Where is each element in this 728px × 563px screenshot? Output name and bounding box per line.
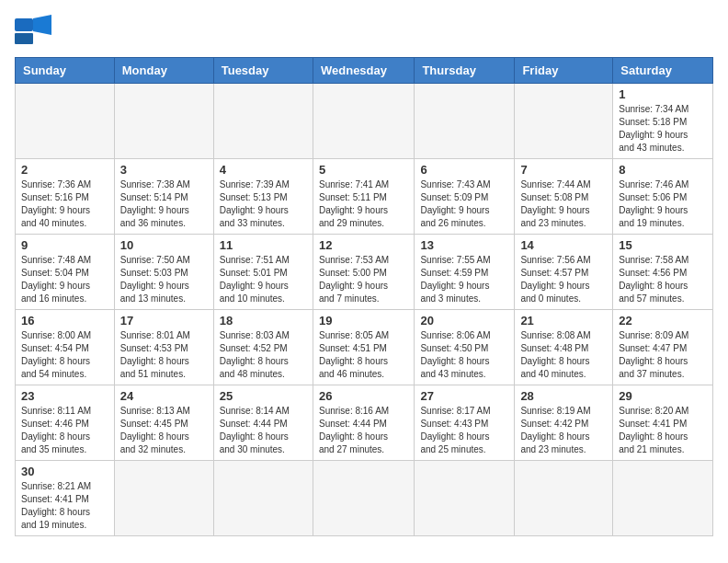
day-number: 13 [420, 238, 508, 252]
calendar-cell [415, 461, 515, 536]
day-number: 2 [21, 163, 108, 177]
day-info: Sunrise: 8:06 AM Sunset: 4:50 PM Dayligh… [420, 329, 508, 381]
calendar-cell: 28Sunrise: 8:19 AM Sunset: 4:42 PM Dayli… [515, 385, 613, 461]
logo-icon [15, 15, 51, 48]
day-info: Sunrise: 7:44 AM Sunset: 5:08 PM Dayligh… [520, 178, 607, 230]
day-info: Sunrise: 8:19 AM Sunset: 4:42 PM Dayligh… [520, 405, 607, 456]
weekday-header-sunday: Sunday [16, 58, 115, 84]
calendar-week-row: 9Sunrise: 7:48 AM Sunset: 5:04 PM Daylig… [16, 235, 713, 310]
calendar-cell: 15Sunrise: 7:58 AM Sunset: 4:56 PM Dayli… [613, 235, 713, 310]
weekday-header-saturday: Saturday [613, 58, 713, 84]
day-info: Sunrise: 8:03 AM Sunset: 4:52 PM Dayligh… [220, 329, 307, 381]
day-number: 27 [420, 389, 508, 403]
calendar-cell [16, 84, 115, 159]
weekday-header-thursday: Thursday [415, 58, 515, 84]
calendar-cell [114, 84, 213, 159]
day-number: 28 [520, 389, 607, 403]
day-info: Sunrise: 8:17 AM Sunset: 4:43 PM Dayligh… [420, 405, 508, 456]
day-info: Sunrise: 7:50 AM Sunset: 5:03 PM Dayligh… [120, 254, 208, 305]
calendar-cell: 12Sunrise: 7:53 AM Sunset: 5:00 PM Dayli… [313, 235, 414, 310]
calendar-cell: 25Sunrise: 8:14 AM Sunset: 4:44 PM Dayli… [213, 385, 313, 461]
calendar-cell: 14Sunrise: 7:56 AM Sunset: 4:57 PM Dayli… [515, 235, 613, 310]
day-number: 30 [21, 465, 108, 478]
calendar-cell [313, 84, 414, 159]
day-info: Sunrise: 7:38 AM Sunset: 5:14 PM Dayligh… [120, 178, 208, 230]
day-number: 22 [619, 314, 707, 327]
day-number: 17 [120, 314, 208, 327]
calendar-cell: 2Sunrise: 7:36 AM Sunset: 5:16 PM Daylig… [16, 159, 115, 235]
calendar-cell [114, 461, 213, 536]
calendar-cell: 21Sunrise: 8:08 AM Sunset: 4:48 PM Dayli… [515, 310, 613, 385]
day-number: 25 [220, 389, 307, 403]
day-info: Sunrise: 8:00 AM Sunset: 4:54 PM Dayligh… [21, 329, 108, 381]
svg-rect-0 [15, 18, 33, 31]
calendar-week-row: 30Sunrise: 8:21 AM Sunset: 4:41 PM Dayli… [16, 461, 713, 536]
calendar-cell: 18Sunrise: 8:03 AM Sunset: 4:52 PM Dayli… [213, 310, 313, 385]
day-number: 8 [619, 163, 707, 177]
calendar-cell: 26Sunrise: 8:16 AM Sunset: 4:44 PM Dayli… [313, 385, 414, 461]
calendar-cell: 5Sunrise: 7:41 AM Sunset: 5:11 PM Daylig… [313, 159, 414, 235]
svg-rect-2 [15, 33, 33, 44]
svg-marker-1 [33, 15, 51, 35]
calendar-week-row: 1Sunrise: 7:34 AM Sunset: 5:18 PM Daylig… [16, 84, 713, 159]
day-info: Sunrise: 8:16 AM Sunset: 4:44 PM Dayligh… [319, 405, 408, 456]
day-info: Sunrise: 7:56 AM Sunset: 4:57 PM Dayligh… [520, 254, 607, 305]
day-number: 18 [220, 314, 307, 327]
weekday-header-tuesday: Tuesday [213, 58, 313, 84]
calendar-cell: 29Sunrise: 8:20 AM Sunset: 4:41 PM Dayli… [613, 385, 713, 461]
day-info: Sunrise: 8:11 AM Sunset: 4:46 PM Dayligh… [21, 405, 108, 456]
day-number: 7 [520, 163, 607, 177]
calendar-cell: 19Sunrise: 8:05 AM Sunset: 4:51 PM Dayli… [313, 310, 414, 385]
day-number: 21 [520, 314, 607, 327]
day-number: 10 [120, 238, 208, 252]
header-area [15, 15, 713, 48]
day-number: 4 [220, 163, 307, 177]
calendar-cell [213, 461, 313, 536]
calendar-cell: 4Sunrise: 7:39 AM Sunset: 5:13 PM Daylig… [213, 159, 313, 235]
calendar-cell [515, 461, 613, 536]
day-info: Sunrise: 8:01 AM Sunset: 4:53 PM Dayligh… [120, 329, 208, 381]
calendar-cell: 23Sunrise: 8:11 AM Sunset: 4:46 PM Dayli… [16, 385, 115, 461]
weekday-header-monday: Monday [114, 58, 213, 84]
calendar-cell: 3Sunrise: 7:38 AM Sunset: 5:14 PM Daylig… [114, 159, 213, 235]
calendar-cell [313, 461, 414, 536]
day-info: Sunrise: 8:14 AM Sunset: 4:44 PM Dayligh… [220, 405, 307, 456]
day-info: Sunrise: 8:05 AM Sunset: 4:51 PM Dayligh… [319, 329, 408, 381]
calendar-cell: 11Sunrise: 7:51 AM Sunset: 5:01 PM Dayli… [213, 235, 313, 310]
weekday-header-friday: Friday [515, 58, 613, 84]
calendar-cell [515, 84, 613, 159]
calendar-cell [415, 84, 515, 159]
day-info: Sunrise: 7:41 AM Sunset: 5:11 PM Dayligh… [319, 178, 408, 230]
day-info: Sunrise: 8:08 AM Sunset: 4:48 PM Dayligh… [520, 329, 607, 381]
calendar-cell: 13Sunrise: 7:55 AM Sunset: 4:59 PM Dayli… [415, 235, 515, 310]
calendar-cell: 22Sunrise: 8:09 AM Sunset: 4:47 PM Dayli… [613, 310, 713, 385]
calendar-week-row: 16Sunrise: 8:00 AM Sunset: 4:54 PM Dayli… [16, 310, 713, 385]
calendar-cell: 1Sunrise: 7:34 AM Sunset: 5:18 PM Daylig… [613, 84, 713, 159]
day-info: Sunrise: 7:43 AM Sunset: 5:09 PM Dayligh… [420, 178, 508, 230]
calendar-cell: 16Sunrise: 8:00 AM Sunset: 4:54 PM Dayli… [16, 310, 115, 385]
day-number: 12 [319, 238, 408, 252]
calendar-cell: 6Sunrise: 7:43 AM Sunset: 5:09 PM Daylig… [415, 159, 515, 235]
day-number: 1 [619, 87, 707, 101]
day-info: Sunrise: 7:34 AM Sunset: 5:18 PM Dayligh… [619, 103, 707, 155]
day-info: Sunrise: 7:48 AM Sunset: 5:04 PM Dayligh… [21, 254, 108, 305]
day-info: Sunrise: 8:13 AM Sunset: 4:45 PM Dayligh… [120, 405, 208, 456]
day-number: 9 [21, 238, 108, 252]
day-number: 6 [420, 163, 508, 177]
day-number: 24 [120, 389, 208, 403]
day-number: 16 [21, 314, 108, 327]
calendar-cell: 20Sunrise: 8:06 AM Sunset: 4:50 PM Dayli… [415, 310, 515, 385]
day-number: 3 [120, 163, 208, 177]
day-number: 5 [319, 163, 408, 177]
day-info: Sunrise: 7:55 AM Sunset: 4:59 PM Dayligh… [420, 254, 508, 305]
calendar-week-row: 23Sunrise: 8:11 AM Sunset: 4:46 PM Dayli… [16, 385, 713, 461]
calendar-cell: 30Sunrise: 8:21 AM Sunset: 4:41 PM Dayli… [16, 461, 115, 536]
day-info: Sunrise: 8:21 AM Sunset: 4:41 PM Dayligh… [21, 480, 108, 532]
calendar-cell: 8Sunrise: 7:46 AM Sunset: 5:06 PM Daylig… [613, 159, 713, 235]
day-number: 26 [319, 389, 408, 403]
day-number: 15 [619, 238, 707, 252]
weekday-header-row: SundayMondayTuesdayWednesdayThursdayFrid… [16, 58, 713, 84]
day-number: 29 [619, 389, 707, 403]
day-number: 19 [319, 314, 408, 327]
day-info: Sunrise: 7:36 AM Sunset: 5:16 PM Dayligh… [21, 178, 108, 230]
